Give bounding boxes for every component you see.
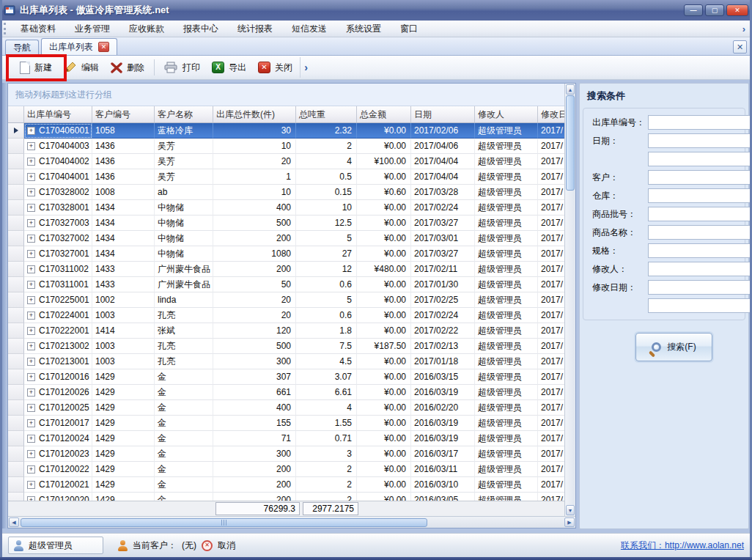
scroll-left-arrow[interactable]: ◀ [9,517,19,527]
column-header[interactable]: 日期 [411,106,475,122]
search-combo-input[interactable] [649,152,752,166]
column-header[interactable]: 修改日期 [538,106,565,122]
expand-plus-icon[interactable]: + [27,481,35,489]
expand-plus-icon[interactable]: + [27,265,35,273]
menu-item[interactable]: 系统设置 [336,21,391,37]
cancel-circle-icon[interactable]: ✕ [202,540,213,551]
menu-item[interactable]: 统计报表 [228,21,282,37]
table-row[interactable]: +C1702250011002linda205¥0.002017/02/25超级… [8,292,565,308]
search-combo-input[interactable] [649,134,752,147]
row-selector[interactable] [8,185,24,200]
expand-plus-icon[interactable]: + [27,342,35,350]
row-selector[interactable] [8,416,24,431]
row-selector[interactable] [8,369,24,385]
toolbar-overflow-button[interactable]: › [300,57,312,78]
left-splitter-strip[interactable] [2,83,7,528]
table-row[interactable]: +C1701200231429金3003¥0.002016/03/17超级管理员… [8,446,565,462]
expand-plus-icon[interactable]: + [27,404,35,412]
close-tab-button[interactable]: ✕ 关闭 [252,59,298,76]
expand-plus-icon[interactable]: + [27,373,35,381]
expand-plus-icon[interactable]: + [27,204,35,212]
expand-plus-icon[interactable]: + [27,127,35,135]
table-row[interactable]: +C1704060011058蓝格冷库302.32¥0.002017/02/06… [8,123,565,139]
table-row[interactable]: +C1704040021436吴芳204¥100.002017/04/04超级管… [8,154,565,169]
column-header[interactable]: 客户编号 [92,106,155,122]
menu-item[interactable]: 应收账款 [119,21,174,37]
table-row[interactable]: +C1701200221429金2002¥0.002016/03/11超级管理员… [8,462,565,477]
table-row[interactable]: +C1703110011433广州蒙牛食品500.6¥0.002017/01/3… [8,277,565,292]
row-selector[interactable] [8,462,24,477]
menu-item[interactable]: 业务管理 [65,21,119,37]
table-row[interactable]: +C1702130021003孔亮5007.5¥187.502017/02/13… [8,339,565,354]
table-row[interactable]: +C1701200241429金710.71¥0.002016/03/19超级管… [8,431,565,446]
expand-plus-icon[interactable]: + [27,465,35,474]
expand-plus-icon[interactable]: + [27,173,35,181]
menu-item[interactable]: 窗口 [391,21,427,37]
table-row[interactable]: +C1704040031436吴芳102¥0.002017/04/06超级管理员… [8,139,565,154]
expand-plus-icon[interactable]: + [27,281,35,289]
search-button[interactable]: 搜索(F) [635,333,712,361]
expand-plus-icon[interactable]: + [27,219,35,227]
table-row[interactable]: +C1702130011003孔亮3004.5¥0.002017/01/18超级… [8,354,565,369]
close-button[interactable]: ✕ [726,4,748,16]
row-selector[interactable] [8,354,24,369]
search-combo-input[interactable] [649,299,752,312]
search-text-input[interactable] [649,207,752,221]
horizontal-scrollbar[interactable]: ◀ ▶ [8,516,575,528]
table-row[interactable]: +C1703270011434中物储108027¥0.002017/03/27超… [8,246,565,262]
search-combo-input[interactable] [649,262,752,276]
table-row[interactable]: +C1701200201429金2002¥0.002016/03/05超级管理员… [8,493,565,501]
expand-plus-icon[interactable]: + [27,188,35,196]
row-selector[interactable] [8,385,24,400]
menu-item[interactable]: 报表中心 [174,21,228,37]
table-row[interactable]: +C1702240011003孔亮200.6¥0.002017/02/24超级管… [8,308,565,323]
table-row[interactable]: +C1703270021434中物储2005¥0.002017/03/01超级管… [8,231,565,246]
row-selector[interactable] [8,123,24,139]
tab-navigation[interactable]: 导航 [5,40,39,55]
scroll-up-arrow[interactable]: ▲ [566,84,575,95]
table-row[interactable]: +C1704040011436吴芳10.5¥0.002017/04/04超级管理… [8,169,565,185]
table-row[interactable]: +C1703110021433广州蒙牛食品20012¥480.002017/02… [8,262,565,277]
menu-item[interactable]: 短信发送 [282,21,336,37]
expand-plus-icon[interactable]: + [27,388,35,397]
table-row[interactable]: +C1701200171429金1551.55¥0.002016/03/19超级… [8,416,565,431]
horizontal-scroll-thumb[interactable] [21,518,427,527]
expand-plus-icon[interactable]: + [27,450,35,458]
column-header[interactable]: 总吨重 [296,106,357,122]
column-header[interactable]: 客户名称 [155,106,213,122]
column-header[interactable]: 总金额 [357,106,411,122]
row-selector[interactable] [8,323,24,339]
expand-plus-icon[interactable]: + [27,158,35,166]
search-text-input[interactable] [649,226,752,239]
expand-plus-icon[interactable]: + [27,235,35,243]
row-selector[interactable] [8,262,24,277]
row-selector[interactable] [8,139,24,154]
row-selector[interactable] [8,200,24,215]
row-selector[interactable] [8,308,24,323]
expand-plus-icon[interactable]: + [27,435,35,443]
row-selector[interactable] [8,277,24,292]
scroll-down-arrow[interactable]: ▼ [566,505,575,515]
row-selector[interactable] [8,400,24,416]
expand-plus-icon[interactable]: + [27,419,35,427]
scroll-right-arrow[interactable]: ▶ [564,517,575,527]
vertical-scroll-thumb[interactable] [566,95,575,191]
menu-overflow-button[interactable]: › [738,21,750,37]
column-header[interactable]: 出库总件数(件) [213,106,296,122]
menu-item[interactable]: 基础资料 [11,21,65,37]
table-row[interactable]: +C1701200261429金6616.61¥0.002016/03/19超级… [8,385,565,400]
table-row[interactable]: +C1703280011434中物储40010¥0.002017/02/24超级… [8,200,565,215]
expand-plus-icon[interactable]: + [27,312,35,320]
row-selector[interactable] [8,292,24,308]
export-button[interactable]: X 导出 [206,59,252,76]
search-combo-input[interactable] [649,171,752,184]
maximize-button[interactable]: ▢ [705,4,724,16]
row-selector[interactable] [8,246,24,262]
table-row[interactable]: +C1703280021008ab100.15¥0.602017/03/28超级… [8,185,565,200]
tab-outbound-list[interactable]: 出库单列表 ✕ [41,38,117,55]
row-selector[interactable] [8,477,24,493]
column-header[interactable]: 修改人 [475,106,538,122]
row-selector[interactable] [8,339,24,354]
row-selector[interactable] [8,493,24,501]
row-selector[interactable] [8,431,24,446]
